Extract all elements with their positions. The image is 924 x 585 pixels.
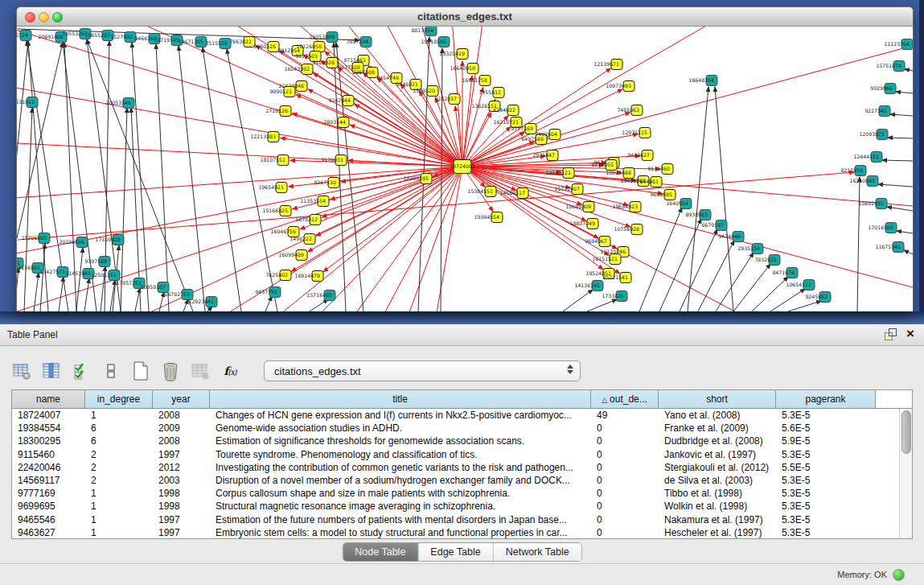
table-cell: Changes of HCN gene expression and I(f) … — [210, 409, 591, 422]
graph-node-label: 7955812 — [478, 89, 501, 95]
show-columns-icon[interactable] — [41, 360, 62, 381]
table-cell: 9115460 — [12, 448, 85, 461]
graph-edge — [715, 87, 733, 311]
desktop-edge — [919, 0, 924, 324]
create-column-icon[interactable] — [130, 360, 151, 381]
graph-edge — [310, 299, 328, 311]
graph-node-label: 10025488 — [606, 170, 632, 175]
table-cell: 5.5E-5 — [776, 461, 876, 474]
graph-node-label: 16961758 — [462, 77, 488, 83]
table-row[interactable]: 1830029562008Estimation of significance … — [12, 435, 912, 447]
table-cell: 5.3E-5 — [776, 526, 876, 539]
table-mode-icon[interactable] — [11, 360, 32, 381]
vertical-scrollbar[interactable] — [899, 409, 912, 538]
graph-node-label: 16648784 — [689, 77, 715, 83]
table-cell: 1 — [85, 513, 153, 526]
column-header-title[interactable]: title — [210, 390, 591, 408]
graph-node-label: 8454749 — [376, 75, 399, 80]
table-cell: Genome-wide association studies in ADHD. — [210, 422, 591, 435]
tab-node-table[interactable]: Node Table — [343, 543, 418, 561]
delete-column-trash-icon[interactable] — [160, 360, 181, 381]
table-cell: Nakamura et al. (1997) — [659, 513, 776, 526]
table-row[interactable]: 946362711997Embryonic stem cells: a mode… — [12, 526, 912, 539]
float-window-icon[interactable] — [884, 328, 897, 340]
column-header-short[interactable]: short — [659, 390, 776, 408]
graph-node-label: 16782753 — [165, 291, 191, 297]
graph-node-label: 8267130 — [314, 179, 336, 185]
column-header-out-de-[interactable]: △out_de... — [591, 390, 659, 408]
graph-node-label: 9227341 — [864, 108, 887, 113]
select-columns-checklist-icon[interactable] — [71, 360, 92, 381]
graph-edge — [462, 27, 563, 167]
network-window-titlebar[interactable]: citations_edges.txt — [17, 7, 913, 27]
network-select-dropdown[interactable]: citations_edges.txt — [264, 360, 581, 381]
graph-edge — [265, 296, 272, 311]
column-header-name[interactable]: name — [12, 390, 85, 408]
table-row[interactable]: 969969511998Structural magnetic resonanc… — [12, 500, 912, 513]
graph-node-label: 9242844 — [328, 97, 351, 103]
table-row[interactable]: 911546021997Tourette syndrome. Phenomeno… — [12, 448, 912, 461]
column-header-pagerank[interactable]: pagerank — [776, 390, 876, 408]
table-cell: 9777169 — [12, 487, 85, 500]
table-row[interactable]: 2242004622012Investigating the contribut… — [12, 461, 912, 474]
graph-edge — [215, 167, 462, 311]
graph-node-label: 16210643 — [850, 178, 876, 183]
graph-edge — [17, 268, 18, 311]
table-cell: Tibbo et al. (1998) — [659, 487, 776, 500]
graph-edge — [18, 172, 854, 240]
table-cell: 19384554 — [12, 422, 85, 435]
dropdown-arrows-icon — [567, 365, 573, 374]
table-cell: 22420046 — [12, 461, 85, 474]
graph-node-label: 20053346 — [106, 100, 132, 105]
graph-node-label: 12505151 — [92, 272, 117, 278]
row-height-icon[interactable] — [101, 360, 121, 381]
graph-node-label: 9127503 — [295, 53, 318, 59]
graph-edge — [303, 55, 462, 167]
table-row[interactable]: 946554611997Estimation of the future num… — [12, 513, 912, 526]
graph-edge — [882, 160, 913, 161]
graph-node-label: 7625402 — [265, 272, 288, 278]
graph-node-label: 15720407 — [555, 186, 581, 192]
tab-network-table[interactable]: Network Table — [494, 543, 581, 561]
graph-node-label: 15166825 — [263, 208, 289, 213]
graph-node-label: 12139671 — [594, 61, 620, 67]
table-cell: Investigating the contribution of common… — [210, 461, 591, 474]
graph-edge — [17, 43, 63, 241]
graph-node-label: 9684067 — [585, 238, 607, 244]
graph-node-label: 18226058 — [297, 43, 322, 49]
function-builder-icon[interactable]: f(x) — [220, 360, 240, 381]
graph-node-label: 10553287 — [63, 31, 88, 36]
table-row[interactable]: 1938455462009Genome-wide association stu… — [12, 422, 912, 435]
table-cell: 1997 — [153, 513, 210, 526]
table-cell: 1997 — [153, 448, 210, 461]
table-row[interactable]: 1872400712008Changes of HCN gene express… — [12, 409, 912, 422]
sort-ascending-icon: △ — [602, 396, 607, 404]
column-header-year[interactable]: year — [153, 390, 210, 408]
column-header-in-degree[interactable]: in_degree — [85, 390, 153, 408]
tab-edge-table[interactable]: Edge Table — [418, 543, 493, 561]
graph-node-label: 19654923 — [613, 204, 639, 209]
graph-edge — [888, 138, 913, 138]
network-canvas[interactable]: 1872400718300295766382296601265912954182… — [17, 27, 913, 311]
table-cell: Wolkin et al. (1998) — [659, 500, 776, 513]
table-cell: 0 — [591, 422, 659, 435]
table-row[interactable]: 977716911998Corpus callosum shape and si… — [12, 487, 912, 500]
graph-edge — [296, 95, 462, 167]
table-row[interactable]: 1456911722003Disruption of a novel membe… — [12, 474, 912, 487]
graph-edge — [135, 288, 140, 311]
graph-node-label: 18807249 — [570, 220, 596, 226]
graph-edge — [281, 138, 462, 167]
graph-node-label: 12923441 — [189, 299, 215, 304]
table-cell: 6 — [85, 435, 153, 447]
table-cell: 1997 — [153, 526, 210, 539]
graph-node-label: 14569117 — [500, 190, 526, 196]
graph-node-label: 8322037 — [434, 96, 457, 101]
graph-node-label: 20691406 — [39, 34, 64, 39]
graph-node-label: 14136141 — [575, 282, 601, 288]
scrollbar-thumb[interactable] — [901, 410, 911, 454]
graph-node-label: 17957251 — [117, 280, 142, 286]
graph-node-label: 7462604 — [535, 131, 557, 137]
graph-node-label: 15384551 — [468, 188, 494, 194]
graph-node-label: 11156861 — [17, 265, 40, 270]
close-panel-icon[interactable]: × — [906, 328, 914, 340]
